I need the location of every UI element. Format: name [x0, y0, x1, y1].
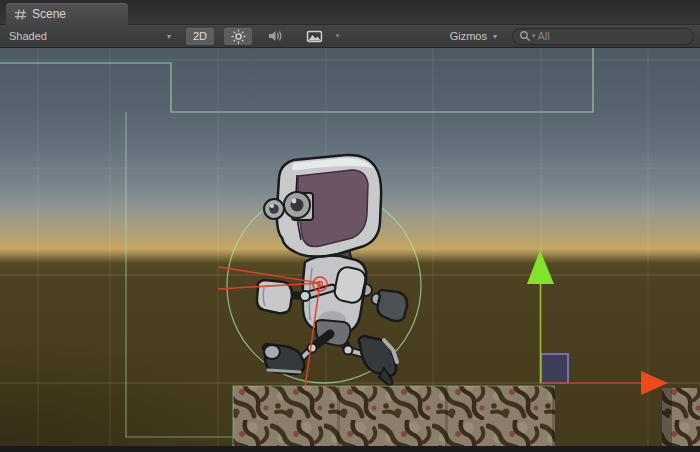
- gizmos-label: Gizmos: [450, 30, 487, 42]
- tab-bar: Scene: [0, 0, 700, 25]
- unity-scene-panel: Scene Shaded ▾ 2D: [0, 0, 700, 452]
- image-icon: [306, 30, 323, 43]
- audio-toggle-button[interactable]: [262, 28, 290, 45]
- scene-viewport[interactable]: [0, 48, 700, 446]
- tab-scene[interactable]: Scene: [6, 3, 128, 25]
- scene-toolbar: Shaded ▾ 2D: [0, 25, 700, 48]
- tab-title: Scene: [32, 7, 66, 21]
- move-tool-gizmo: [527, 250, 668, 395]
- speaker-icon: [268, 29, 284, 43]
- chevron-down-icon: ▾: [167, 32, 171, 41]
- scene-gizmo-layer: [0, 48, 700, 446]
- effects-toggle-button[interactable]: [300, 28, 328, 45]
- search-icon: [519, 30, 531, 42]
- ground-tile-platform[interactable]: [233, 386, 700, 446]
- scene-grid-icon: [14, 8, 27, 21]
- chevron-down-icon: ▾: [336, 32, 340, 40]
- shading-mode-label: Shaded: [9, 30, 47, 42]
- gizmos-dropdown[interactable]: Gizmos ▾: [445, 28, 502, 45]
- robot-character-sprite[interactable]: [257, 155, 407, 385]
- move-tool-plane-handle[interactable]: [541, 354, 568, 383]
- shading-mode-dropdown[interactable]: Shaded ▾: [4, 28, 176, 45]
- lighting-toggle-button[interactable]: [224, 28, 252, 45]
- panel-bottom-edge: [0, 446, 700, 452]
- effects-dropdown-arrow[interactable]: ▾: [330, 28, 344, 45]
- sun-icon: [231, 29, 246, 44]
- search-input[interactable]: [536, 30, 687, 42]
- 2d-toggle-button[interactable]: 2D: [186, 28, 214, 45]
- scene-search-box[interactable]: ▾: [512, 28, 694, 45]
- chevron-down-icon: ▾: [493, 32, 497, 41]
